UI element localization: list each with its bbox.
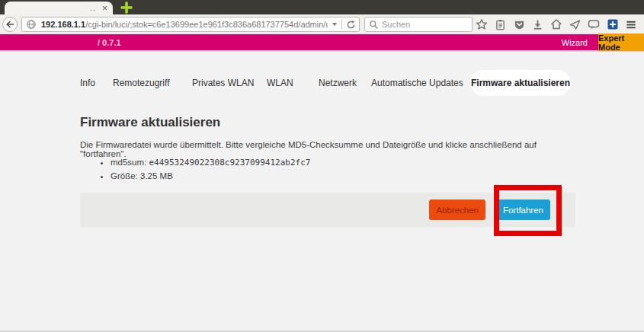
url-domain: 192.168.1.1: [41, 20, 85, 29]
firmware-version-label: / 0.7.1: [98, 38, 121, 47]
home-icon[interactable]: [550, 18, 562, 30]
back-button[interactable]: [2, 17, 18, 32]
share-icon[interactable]: [569, 18, 582, 30]
url-divider: [341, 19, 342, 30]
cancel-button[interactable]: Abbrechen: [429, 200, 485, 220]
bookmark-star-icon[interactable]: [476, 18, 488, 30]
url-text[interactable]: 192.168.1.1/cgi-bin/luci/;stok=c6e13699e…: [41, 20, 328, 29]
new-tab-plus-icon: [120, 2, 133, 14]
section-tabs: Info Remotezugriff Privates WLAN WLAN Ne…: [0, 70, 644, 96]
page-title: Firmware aktualisieren: [80, 115, 220, 130]
tab-firmware-aktualisieren-active[interactable]: Firmware aktualisieren: [470, 70, 571, 96]
firmware-details-list: md5sum: e44953249022308c9237099412ab2fc7…: [111, 156, 310, 182]
tab-automatische-updates[interactable]: Automatische Updates: [371, 70, 463, 96]
site-identity-globe-icon[interactable]: [26, 19, 37, 30]
proceed-button[interactable]: Fortfahren: [496, 200, 550, 220]
browser-tab[interactable]: .. ×: [5, 2, 113, 14]
md5sum-value: e44953249022308c9237099412ab2fc7: [149, 158, 311, 168]
new-tab-button[interactable]: [117, 2, 136, 14]
url-path: /cgi-bin/luci/;stok=c6e13699ee1e961f3c83…: [85, 20, 328, 29]
downloads-icon[interactable]: [532, 18, 544, 30]
url-bar[interactable]: 192.168.1.1/cgi-bin/luci/;stok=c6e13699e…: [21, 17, 360, 32]
hello-chat-icon[interactable]: [588, 18, 600, 30]
menu-icon[interactable]: [625, 18, 637, 30]
url-dropdown-icon[interactable]: [332, 23, 337, 26]
pocket-icon[interactable]: [513, 18, 525, 30]
size-label: Größe:: [111, 171, 138, 180]
addon-icon[interactable]: [607, 18, 619, 30]
expert-mode-tab[interactable]: Expert Mode: [598, 34, 644, 51]
search-input[interactable]: [382, 20, 458, 29]
reload-icon[interactable]: [346, 20, 356, 30]
reading-list-icon[interactable]: [495, 18, 507, 30]
md5sum-item: md5sum: e44953249022308c9237099412ab2fc7: [111, 156, 310, 170]
md5sum-label: md5sum:: [111, 158, 146, 167]
navigation-toolbar: 192.168.1.1/cgi-bin/luci/;stok=c6e13699e…: [0, 14, 644, 34]
toolbar-icons: [476, 17, 642, 32]
form-footer: Abbrechen Fortfahren: [80, 193, 575, 227]
tab-bar: .. ×: [0, 0, 644, 14]
site-header: / 0.7.1 Wizard Expert Mode: [0, 34, 644, 52]
page-content: Info Remotezugriff Privates WLAN WLAN Ne…: [0, 53, 644, 332]
tab-netzwerk[interactable]: Netzwerk: [319, 70, 357, 96]
tab-remotezugriff[interactable]: Remotezugriff: [113, 70, 169, 96]
tab-title: ..: [90, 4, 96, 12]
size-item: Größe: 3.25 MB: [111, 170, 310, 183]
search-box[interactable]: [364, 17, 473, 32]
wizard-link[interactable]: Wizard: [562, 38, 588, 47]
tab-wlan[interactable]: WLAN: [267, 70, 293, 96]
back-arrow-icon: [5, 19, 15, 30]
size-value: 3.25 MB: [140, 171, 173, 180]
tab-close-icon[interactable]: ×: [102, 5, 107, 12]
tab-privates-wlan[interactable]: Privates WLAN: [192, 70, 254, 96]
tab-info[interactable]: Info: [80, 70, 95, 96]
search-icon: [369, 20, 379, 30]
browser-window: .. × 192.168.1.1/cgi-bin/lu: [0, 0, 644, 332]
